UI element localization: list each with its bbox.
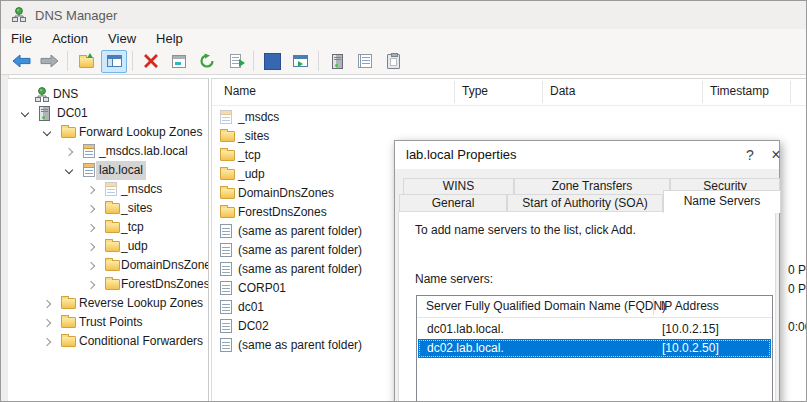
chevron-down-icon[interactable] <box>65 166 73 174</box>
tree-item-dc01[interactable]: DC01 <box>8 104 208 123</box>
tree-item-dns[interactable]: DNS <box>8 85 208 104</box>
record-name: DC02 <box>238 317 269 336</box>
chevron-down-icon[interactable] <box>21 109 29 117</box>
up-level-button[interactable] <box>73 50 99 73</box>
tab-general[interactable]: General <box>399 194 507 212</box>
menu-help[interactable]: Help <box>146 29 193 48</box>
ip-column-header[interactable]: IP Address <box>661 299 719 313</box>
chevron-right-icon[interactable] <box>87 186 95 194</box>
column-divider[interactable] <box>790 81 791 103</box>
dns-manager-window: DNS Manager FileActionViewHelp DNSDC01Fo… <box>0 0 807 402</box>
export-list-icon <box>230 54 241 68</box>
properties-button[interactable] <box>166 50 192 73</box>
forward-button[interactable] <box>36 50 62 73</box>
chevron-right-icon[interactable] <box>87 243 95 251</box>
record-icon <box>220 338 232 352</box>
column-header-type[interactable]: Type <box>462 84 488 98</box>
chevron-right-icon[interactable] <box>43 338 51 346</box>
zone-icon <box>83 163 95 177</box>
tree-item-label: _msdcs <box>118 180 165 199</box>
tree-item-domaindnszones[interactable]: DomainDnsZones <box>8 256 208 275</box>
column-header-data[interactable]: Data <box>550 84 575 98</box>
folder-icon <box>61 298 76 309</box>
toolbar-separator <box>67 51 68 71</box>
chevron-right-icon[interactable] <box>87 281 95 289</box>
menu-file[interactable]: File <box>1 29 42 48</box>
column-divider[interactable] <box>542 81 543 103</box>
server-icon <box>39 106 50 121</box>
console-tree-pane[interactable]: DNSDC01Forward Lookup Zones_msdcs.lab.lo… <box>8 78 209 401</box>
title-bar: DNS Manager <box>1 1 806 29</box>
column-divider[interactable] <box>454 81 455 103</box>
chevron-right-icon[interactable] <box>43 300 51 308</box>
dns-root-icon <box>34 87 50 103</box>
column-header-timestamp[interactable]: Timestamp <box>710 84 769 98</box>
tree-item-sites[interactable]: _sites <box>8 199 208 218</box>
column-divider[interactable] <box>702 81 703 103</box>
back-button[interactable] <box>8 50 34 73</box>
show-console-tree-button[interactable] <box>101 50 127 73</box>
folder-icon <box>220 169 235 180</box>
tab-name-servers[interactable]: Name Servers <box>663 190 781 213</box>
export-list-button[interactable] <box>222 50 248 73</box>
folder-icon <box>61 336 76 347</box>
tree-item-conditional-forwarders[interactable]: Conditional Forwarders <box>8 332 208 351</box>
refresh-button[interactable] <box>194 50 220 73</box>
menu-view[interactable]: View <box>98 29 146 48</box>
chevron-right-icon[interactable] <box>87 224 95 232</box>
app-icon <box>11 7 27 23</box>
dialog-title: lab.local Properties <box>406 141 517 169</box>
folder-icon <box>61 317 76 328</box>
fqdn-column-header[interactable]: Server Fully Qualified Domain Name (FQDN… <box>426 299 666 313</box>
help-button[interactable] <box>259 50 285 73</box>
record-name: (same as parent folder) <box>238 241 362 260</box>
menu-action[interactable]: Action <box>42 29 98 48</box>
tree-item-label: lab.local <box>96 161 146 180</box>
record-name: CORP01 <box>238 279 286 298</box>
tab-wins[interactable]: WINS <box>403 178 514 195</box>
tree-item-lab-local[interactable]: lab.local <box>8 161 208 180</box>
chevron-right-icon[interactable] <box>87 205 95 213</box>
toolbar-separator <box>253 51 254 71</box>
tree-item-udp[interactable]: _udp <box>8 237 208 256</box>
record-name: _udp <box>238 165 265 184</box>
chevron-right-icon[interactable] <box>87 262 95 270</box>
name-server-row-dc01-lab-local[interactable]: dc01.lab.local.[10.0.2.15] <box>418 320 771 339</box>
tree-item-trust-points[interactable]: Trust Points <box>8 313 208 332</box>
tree-item-forward-lookup-zones[interactable]: Forward Lookup Zones <box>8 123 208 142</box>
chevron-down-icon[interactable] <box>43 128 51 136</box>
name-servers-listbox[interactable]: Server Fully Qualified Domain Name (FQDN… <box>416 295 773 402</box>
tree-item-reverse-lookup-zones[interactable]: Reverse Lookup Zones <box>8 294 208 313</box>
tree-item-label: _sites <box>118 199 155 218</box>
tree-item-msdcs[interactable]: _msdcs <box>8 180 208 199</box>
back-icon <box>12 54 31 68</box>
tree-item-forestdnszones[interactable]: ForestDnsZones <box>8 275 208 294</box>
timestamp-fragment: 0 P <box>788 282 806 296</box>
column-header-name[interactable]: Name <box>224 84 256 98</box>
record-icon <box>220 224 232 238</box>
dialog-help-button[interactable]: ? <box>737 141 763 169</box>
tree-item-label: DNS <box>50 85 81 104</box>
zone-dim-icon <box>105 182 117 196</box>
tree-item-tcp[interactable]: _tcp <box>8 218 208 237</box>
chevron-right-icon[interactable] <box>65 148 73 156</box>
listbox-header: Server Fully Qualified Domain Name (FQDN… <box>417 296 772 318</box>
name-server-row-dc02-lab-local[interactable]: dc02.lab.local.[10.0.2.50] <box>418 339 771 358</box>
chevron-right-icon[interactable] <box>43 319 51 327</box>
list-row-msdcs[interactable]: _msdcs <box>212 108 806 127</box>
timestamp-fragment: 0:00 <box>788 320 806 334</box>
dialog-close-button[interactable]: × <box>763 141 789 169</box>
delete-button[interactable] <box>138 50 164 73</box>
record-name: (same as parent folder) <box>238 260 362 279</box>
menu-bar: FileActionViewHelp <box>1 29 806 48</box>
clipboard-icon <box>387 54 400 69</box>
server-button[interactable] <box>324 50 350 73</box>
tree-item-label: _msdcs.lab.local <box>96 142 191 161</box>
tree-item-msdcs-lab-local[interactable]: _msdcs.lab.local <box>8 142 208 161</box>
tab-zone-transfers[interactable]: Zone Transfers <box>514 178 670 195</box>
console-window-button[interactable] <box>287 50 313 73</box>
notebook-button[interactable] <box>352 50 378 73</box>
clipboard-button[interactable] <box>380 50 406 73</box>
name-servers-label: Name servers: <box>415 272 493 286</box>
tab-start-of-authority-soa[interactable]: Start of Authority (SOA) <box>507 194 663 212</box>
